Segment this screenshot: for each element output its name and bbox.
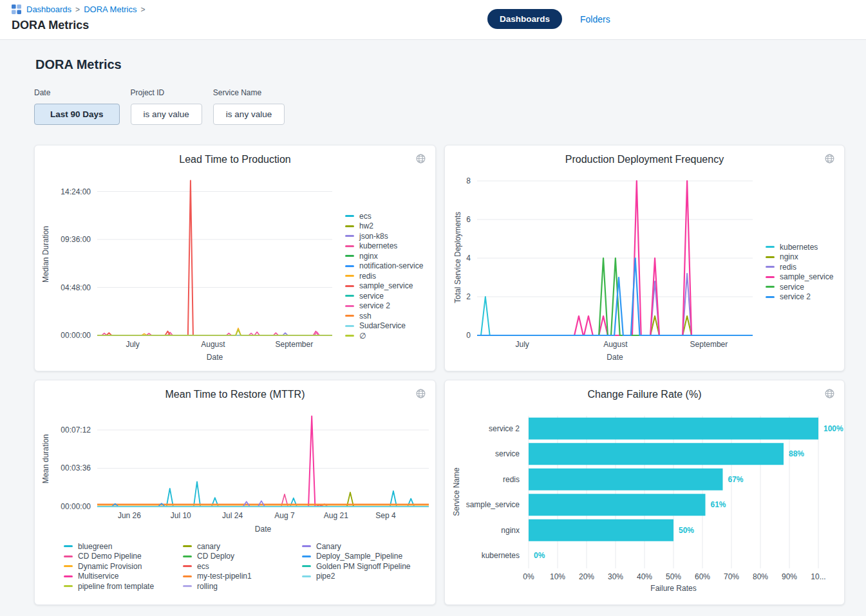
x-tick-label: Aug 21 <box>324 511 348 520</box>
filter-date-value-button[interactable]: Last 90 Days <box>34 104 120 125</box>
bar-nginx[interactable] <box>529 519 673 541</box>
bar-value-label: 100% <box>824 424 843 433</box>
legend-item-canary[interactable]: canary <box>183 541 302 552</box>
y-tick-label: 00:00:00 <box>61 331 91 340</box>
legend-item-nginx[interactable]: nginx <box>345 251 423 261</box>
filter-project-id-value-button[interactable]: is any value <box>131 104 202 125</box>
chart-legend: ecshw2json-k8skubernetesnginxnotificatio… <box>345 211 423 341</box>
bar-service[interactable] <box>529 443 784 465</box>
legend-swatch <box>345 285 354 287</box>
x-axis-label: Date <box>97 525 429 534</box>
legend-item-hw2[interactable]: hw2 <box>345 221 423 232</box>
legend-item-redis[interactable]: redis <box>345 271 423 281</box>
bar-value-label: 67% <box>728 475 744 484</box>
filter-service-name-value-button[interactable]: is any value <box>213 104 285 125</box>
legend-swatch <box>345 305 354 307</box>
legend-item-nginx[interactable]: nginx <box>766 252 833 263</box>
legend-swatch <box>302 555 311 557</box>
legend-swatch <box>766 286 775 288</box>
filter-bar: Date Last 90 Days Project ID is any valu… <box>34 88 285 125</box>
legend-item-bluegreen[interactable]: bluegreen <box>64 541 183 552</box>
legend-item-ecs[interactable]: ecs <box>183 561 302 572</box>
x-tick-label: Jun 26 <box>118 511 141 520</box>
legend-label: service <box>359 292 384 301</box>
legend-item-∅[interactable]: ∅ <box>345 331 423 341</box>
dashboard-body: DORA Metrics Date Last 90 Days Project I… <box>0 40 866 616</box>
legend-item-pipeline from template[interactable]: pipeline from template <box>64 581 183 592</box>
legend-swatch <box>64 545 73 547</box>
legend-item-Dynamic Provision[interactable]: Dynamic Provision <box>64 561 183 572</box>
change-failure-rate-chart-plot[interactable]: 0%10%20%30%40%50%60%70%80%90%10...servic… <box>445 380 845 606</box>
legend-item-Canary[interactable]: Canary <box>302 541 431 552</box>
legend-item-json-k8s[interactable]: json-k8s <box>345 231 423 241</box>
bar-value-label: 88% <box>789 449 804 458</box>
legend-label: redis <box>780 263 796 272</box>
legend-item-notification-service[interactable]: notification-service <box>345 261 423 272</box>
legend-label: sample_service <box>780 272 833 281</box>
bar-service 2[interactable] <box>529 418 818 440</box>
legend-label: service 2 <box>359 301 390 310</box>
legend-item-sample_service[interactable]: sample_service <box>766 272 833 283</box>
breadcrumb-link-dashboards[interactable]: Dashboards <box>26 5 71 14</box>
legend-label: service <box>780 283 804 292</box>
x-tick-label: 90% <box>782 572 797 581</box>
legend-label: ecs <box>359 212 372 221</box>
legend-label: bluegreen <box>78 542 112 551</box>
legend-item-ecs[interactable]: ecs <box>345 211 423 221</box>
legend-label: SudarService <box>359 321 406 330</box>
legend-label: Golden PM Signoff Pipeline <box>316 562 411 571</box>
tab-dashboards[interactable]: Dashboards <box>487 9 562 29</box>
breadcrumb-link-dora-metrics[interactable]: DORA Metrics <box>84 5 136 14</box>
category-label: service <box>495 449 520 458</box>
legend-item-rolling[interactable]: rolling <box>183 581 302 592</box>
tab-folders[interactable]: Folders <box>580 14 610 24</box>
x-tick-label: 30% <box>608 572 623 581</box>
legend-item-ssh[interactable]: ssh <box>345 311 423 321</box>
bar-value-label: 50% <box>679 526 694 535</box>
legend-item-sample_service[interactable]: sample_service <box>345 281 423 292</box>
filter-date: Date Last 90 Days <box>34 88 120 125</box>
legend-item-service 2[interactable]: service 2 <box>766 292 833 303</box>
legend-swatch <box>766 246 775 248</box>
x-tick-label: Sep 4 <box>375 511 396 520</box>
legend-item-CD Demo Pipeline[interactable]: CD Demo Pipeline <box>64 552 183 562</box>
y-tick-label: 8 <box>466 176 471 185</box>
legend-swatch <box>345 255 354 257</box>
legend-swatch <box>766 266 775 268</box>
chart-card-deployment-frequency: Production Deployment Frequency Total Se… <box>444 145 845 371</box>
legend-item-pipe2[interactable]: pipe2 <box>302 572 431 582</box>
bar-redis[interactable] <box>529 469 723 490</box>
legend-label: nginx <box>780 252 798 261</box>
breadcrumb-separator: > <box>140 5 145 14</box>
legend-item-Multiservice[interactable]: Multiservice <box>64 572 183 582</box>
y-tick-label: 4 <box>466 254 471 263</box>
legend-item-redis[interactable]: redis <box>766 262 833 272</box>
legend-swatch <box>302 575 311 577</box>
legend-item-SudarService[interactable]: SudarService <box>345 321 423 331</box>
legend-swatch <box>345 315 354 317</box>
category-label: service 2 <box>489 424 520 433</box>
series-line-redis <box>97 328 332 335</box>
legend-item-Deploy_Sample_Pipeline[interactable]: Deploy_Sample_Pipeline <box>302 552 431 562</box>
legend-item-service[interactable]: service <box>345 291 423 301</box>
legend-swatch <box>345 215 354 217</box>
legend-swatch <box>302 545 311 547</box>
legend-label: kubernetes <box>359 241 397 250</box>
x-axis-label: Date <box>97 353 332 362</box>
legend-item-my-test-pipelin1[interactable]: my-test-pipelin1 <box>183 572 302 582</box>
legend-item-service[interactable]: service <box>766 282 833 292</box>
legend-swatch <box>345 275 354 277</box>
legend-swatch <box>183 565 192 567</box>
legend-item-kubernetes[interactable]: kubernetes <box>345 241 423 252</box>
legend-swatch <box>183 585 192 587</box>
series-line-∅ <box>97 330 332 335</box>
bar-sample_service[interactable] <box>529 494 706 516</box>
legend-label: notification-service <box>359 261 423 270</box>
x-tick-label: 50% <box>666 572 681 581</box>
legend-item-CD Deploy[interactable]: CD Deploy <box>183 552 302 562</box>
y-tick-label: 6 <box>466 215 471 224</box>
legend-item-kubernetes[interactable]: kubernetes <box>766 242 833 252</box>
legend-item-service 2[interactable]: service 2 <box>345 301 423 312</box>
legend-label: CD Demo Pipeline <box>78 552 142 561</box>
legend-item-Golden PM Signoff Pipeline[interactable]: Golden PM Signoff Pipeline <box>302 561 431 572</box>
